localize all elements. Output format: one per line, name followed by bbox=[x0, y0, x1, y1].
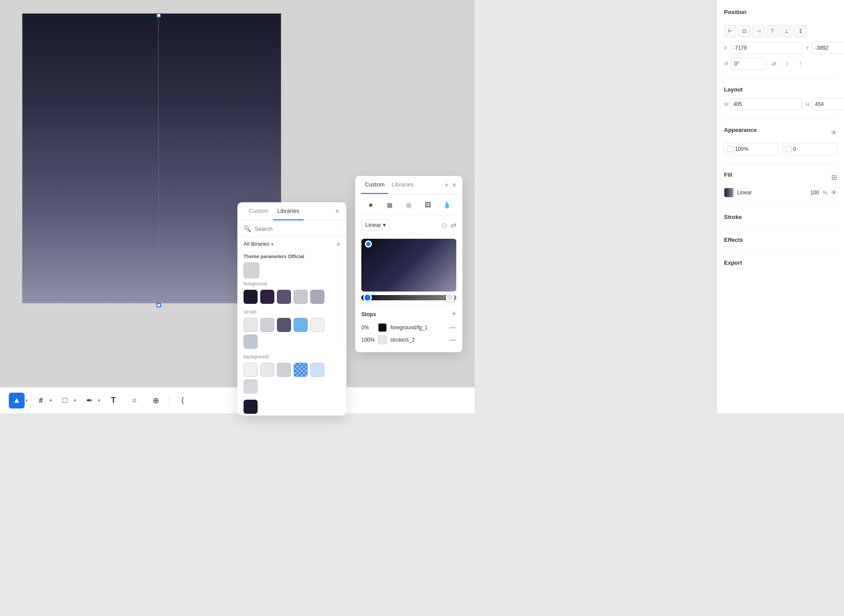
add-stop-icon[interactable]: + bbox=[451, 310, 456, 319]
appearance-section-header: Appearance 👁 bbox=[724, 127, 837, 139]
frame-tool-button[interactable]: # bbox=[33, 393, 49, 408]
gradient-swap-icon[interactable]: ⇄ bbox=[451, 221, 456, 229]
fill-color-preview[interactable] bbox=[724, 188, 734, 197]
fill-eye-icon[interactable]: 👁 bbox=[831, 189, 837, 196]
stroke-swatch-3[interactable] bbox=[277, 318, 291, 332]
list-view-toggle[interactable]: ≡ bbox=[337, 241, 340, 248]
all-libraries-dropdown[interactable]: All libraries ▾ bbox=[244, 241, 273, 247]
image-fill-icon[interactable]: 🖼 bbox=[422, 199, 434, 211]
w-input[interactable] bbox=[730, 98, 802, 110]
components-tool-button[interactable]: ⊕ bbox=[148, 393, 164, 408]
stroke-swatch-5[interactable] bbox=[310, 318, 324, 332]
divider-6 bbox=[724, 252, 837, 252]
background-swatch-1[interactable] bbox=[244, 363, 258, 377]
foreground-swatch-3[interactable] bbox=[277, 290, 291, 304]
frame-tool-group[interactable]: # ▾ bbox=[33, 393, 52, 408]
cp-close-icon[interactable]: × bbox=[452, 181, 456, 189]
y-input[interactable] bbox=[812, 42, 844, 54]
gradient-end-thumb[interactable] bbox=[446, 293, 455, 302]
background-swatch-3[interactable] bbox=[277, 363, 291, 377]
align-left-button[interactable]: ⊢ bbox=[724, 25, 736, 37]
search-input[interactable] bbox=[255, 226, 340, 232]
color-picker-thumb[interactable] bbox=[365, 241, 372, 248]
text-tool-button[interactable]: T bbox=[106, 393, 121, 408]
selection-handle-br[interactable] bbox=[156, 303, 161, 307]
flip-h-icon[interactable]: ⇄ bbox=[769, 58, 779, 69]
fill-add-icon[interactable]: ⊞ bbox=[831, 173, 837, 182]
stroke-swatch-2[interactable] bbox=[260, 318, 274, 332]
angle-icon: ↺ bbox=[724, 61, 728, 67]
position-section: Position ⊢ ⊡ ⊣ ⊤ ⊥ ↧ X Y ↺ ⇄ ↕ ⋮ bbox=[724, 9, 837, 70]
foreground-swatch-2[interactable] bbox=[260, 290, 274, 304]
position-section-header: Position bbox=[724, 9, 837, 21]
cp-tab-custom[interactable]: Custom bbox=[361, 176, 388, 194]
pen-tool-group[interactable]: ✒ ▾ bbox=[81, 393, 100, 408]
cp-tab-libraries[interactable]: Libraries bbox=[388, 176, 417, 194]
fill-opacity-value[interactable]: 100 bbox=[801, 190, 819, 196]
solid-fill-icon[interactable]: ■ bbox=[365, 199, 377, 211]
x-input[interactable] bbox=[730, 42, 802, 54]
cp-add-icon[interactable]: + bbox=[444, 181, 448, 189]
align-center-h-button[interactable]: ⊡ bbox=[738, 25, 750, 37]
stop-100-remove-icon[interactable]: — bbox=[449, 336, 456, 344]
corner-radius-field[interactable]: 0 bbox=[782, 143, 837, 155]
flip-v-icon[interactable]: ↕ bbox=[782, 58, 793, 69]
background-swatch-6[interactable] bbox=[244, 379, 258, 394]
position-title: Position bbox=[724, 9, 746, 15]
more-icon[interactable]: ⋮ bbox=[795, 58, 806, 69]
stroke-title: Stroke bbox=[724, 214, 837, 220]
align-right-button[interactable]: ⊣ bbox=[752, 25, 764, 37]
opacity-field[interactable]: 100% bbox=[724, 143, 779, 155]
extra-dark-swatch[interactable] bbox=[244, 400, 258, 414]
background-swatch-5[interactable] bbox=[310, 363, 324, 377]
stroke-swatch-4[interactable] bbox=[294, 318, 308, 332]
components-icon: ⊕ bbox=[153, 396, 159, 405]
stroke-swatch-6[interactable] bbox=[244, 335, 258, 349]
rect-tool-group[interactable]: □ ▾ bbox=[57, 393, 76, 408]
foreground-swatch-4[interactable] bbox=[294, 290, 308, 304]
gradient-type-actions: ◇ ⇄ bbox=[442, 221, 456, 229]
tab-libraries[interactable]: Libraries bbox=[273, 202, 304, 220]
linear-gradient-icon[interactable]: ▦ bbox=[384, 199, 396, 211]
foreground-swatch-5[interactable] bbox=[310, 290, 324, 304]
angle-input[interactable] bbox=[731, 58, 766, 70]
select-tool-arrow[interactable]: ▾ bbox=[25, 398, 28, 403]
foreground-single-swatch[interactable] bbox=[244, 262, 259, 278]
wh-row: W H bbox=[724, 98, 837, 110]
stop-0-remove-icon[interactable]: — bbox=[449, 324, 456, 332]
stop-0-color[interactable] bbox=[378, 323, 387, 332]
gradient-start-thumb[interactable] bbox=[363, 293, 372, 302]
gradient-type-dropdown[interactable]: Linear ▾ bbox=[361, 219, 390, 230]
more-tools-button[interactable]: ⟨ bbox=[175, 393, 190, 408]
align-center-v-button[interactable]: ⊥ bbox=[780, 25, 793, 37]
background-color-grid bbox=[237, 361, 346, 398]
background-swatch-2[interactable] bbox=[260, 363, 274, 377]
pen-tool-button[interactable]: ✒ bbox=[81, 393, 97, 408]
gradient-bar[interactable] bbox=[361, 295, 456, 300]
eyedropper-icon[interactable]: 💧 bbox=[440, 199, 453, 211]
tab-custom[interactable]: Custom bbox=[244, 202, 273, 220]
radial-gradient-icon[interactable]: ◎ bbox=[403, 199, 415, 211]
appearance-eye-icon[interactable]: 👁 bbox=[831, 129, 837, 136]
align-bottom-button[interactable]: ↧ bbox=[794, 25, 807, 37]
gradient-preview[interactable] bbox=[361, 239, 456, 300]
rect-tool-arrow[interactable]: ▾ bbox=[74, 398, 76, 403]
select-tool-button[interactable]: ▲ bbox=[9, 393, 25, 408]
color-picker-canvas[interactable] bbox=[361, 239, 456, 292]
h-input[interactable] bbox=[812, 98, 844, 110]
libraries-close-button[interactable]: × bbox=[335, 202, 339, 220]
selection-handle-tl[interactable] bbox=[156, 13, 161, 18]
fill-type-label: Linear bbox=[737, 190, 798, 196]
foreground-swatch-1[interactable] bbox=[244, 290, 258, 304]
w-label: W bbox=[724, 102, 728, 107]
stop-100-color[interactable] bbox=[378, 335, 387, 344]
frame-tool-arrow[interactable]: ▾ bbox=[50, 398, 52, 403]
stroke-swatch-1[interactable] bbox=[244, 318, 258, 332]
align-top-button[interactable]: ⊤ bbox=[766, 25, 779, 37]
ellipse-tool-button[interactable]: ○ bbox=[127, 393, 142, 408]
rect-tool-button[interactable]: □ bbox=[57, 393, 73, 408]
select-tool-group[interactable]: ▲ ▾ bbox=[9, 393, 28, 408]
gradient-settings-icon[interactable]: ◇ bbox=[442, 221, 447, 229]
pen-tool-arrow[interactable]: ▾ bbox=[98, 398, 100, 403]
background-swatch-4[interactable] bbox=[294, 363, 308, 377]
